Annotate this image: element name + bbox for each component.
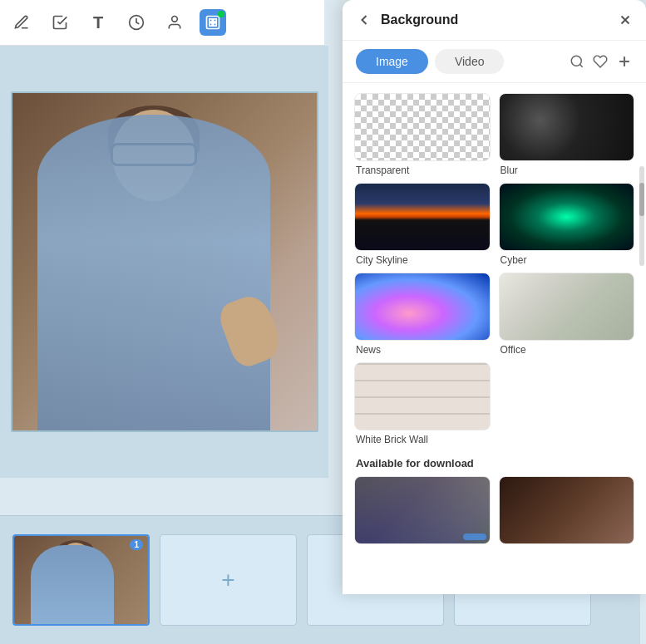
timer-tool-btn[interactable]	[123, 9, 150, 36]
panel-header: Background	[343, 0, 646, 41]
background-tool-btn[interactable]	[200, 9, 226, 36]
bg-thumb-news[interactable]	[354, 273, 491, 341]
bg-row-1: Transparent Blur	[354, 93, 634, 176]
canvas-area	[0, 46, 328, 478]
favorites-btn[interactable]	[593, 54, 608, 69]
bg-item-transparent: Transparent	[354, 93, 491, 176]
bg-label-news: News	[354, 344, 491, 356]
bg-label-blur: Blur	[499, 165, 635, 176]
svg-rect-4	[214, 19, 216, 22]
bg-thumb-dl1[interactable]	[354, 476, 491, 544]
bg-thumb-transparent[interactable]	[354, 93, 491, 161]
bg-thumb-city[interactable]	[354, 183, 491, 251]
svg-rect-6	[214, 23, 216, 26]
scrollbar-track[interactable]	[639, 166, 644, 266]
bg-label-cyber: Cyber	[499, 254, 635, 266]
svg-rect-5	[210, 23, 212, 26]
panel-back-btn[interactable]	[356, 12, 372, 28]
bg-label-office: Office	[499, 344, 635, 356]
tab-image[interactable]: Image	[356, 49, 428, 74]
add-slide-btn[interactable]: +	[160, 534, 297, 626]
add-bg-btn[interactable]	[616, 53, 633, 70]
bg-thumb-cyber[interactable]	[499, 183, 635, 251]
bg-item-city: City Skyline	[354, 183, 491, 266]
bg-row-4: White Brick Wall	[354, 362, 634, 445]
bg-row-3: News Office	[354, 273, 634, 356]
pen-tool-btn[interactable]	[8, 9, 35, 36]
svg-point-9	[571, 56, 581, 66]
bg-item-office: Office	[499, 273, 635, 356]
bg-row-2: City Skyline Cyber	[354, 183, 634, 266]
add-icon: +	[221, 567, 234, 593]
text-tool-btn[interactable]: T	[85, 9, 111, 36]
svg-rect-3	[210, 19, 212, 22]
tab-video[interactable]: Video	[435, 49, 505, 74]
bg-row-download	[354, 476, 634, 544]
bg-item-cyber: Cyber	[499, 183, 635, 266]
bg-item-blur: Blur	[499, 93, 635, 176]
svg-point-1	[172, 17, 178, 22]
canvas-image	[11, 91, 318, 432]
bg-item-dl1	[354, 476, 491, 544]
thumb-body	[31, 545, 114, 624]
panel-close-btn[interactable]	[618, 12, 633, 27]
panel-title: Background	[381, 12, 618, 27]
slide-number-badge: 1	[130, 539, 143, 550]
bg-thumb-dl2[interactable]	[499, 476, 635, 544]
bg-thumb-office[interactable]	[499, 273, 635, 341]
tab-icons	[570, 53, 633, 70]
svg-line-10	[579, 64, 582, 66]
person-tool-btn[interactable]	[161, 9, 188, 36]
scrollbar-thumb	[639, 183, 644, 216]
panel-tabs: Image Video	[343, 41, 646, 83]
toolbar: T	[0, 0, 324, 46]
bg-item-dl2	[499, 476, 635, 544]
search-btn[interactable]	[570, 54, 584, 69]
bg-thumb-blur[interactable]	[499, 93, 635, 161]
magic-tool-btn[interactable]	[47, 9, 73, 36]
background-panel: Background Image Video	[343, 0, 646, 594]
bg-item-empty	[499, 362, 635, 445]
bg-thumb-whitebrick[interactable]	[354, 362, 491, 430]
bg-item-news: News	[354, 273, 491, 356]
bg-label-city: City Skyline	[354, 254, 491, 266]
bg-item-whitebrick: White Brick Wall	[354, 362, 491, 445]
panel-grid: Transparent Blur City Skyline Cyber News	[343, 83, 646, 594]
available-section-label: Available for download	[354, 452, 634, 476]
person-body	[37, 115, 270, 430]
bg-label-whitebrick: White Brick Wall	[354, 434, 491, 445]
slide-thumbnail-1[interactable]: 1	[12, 534, 150, 626]
bg-label-transparent: Transparent	[354, 165, 491, 176]
